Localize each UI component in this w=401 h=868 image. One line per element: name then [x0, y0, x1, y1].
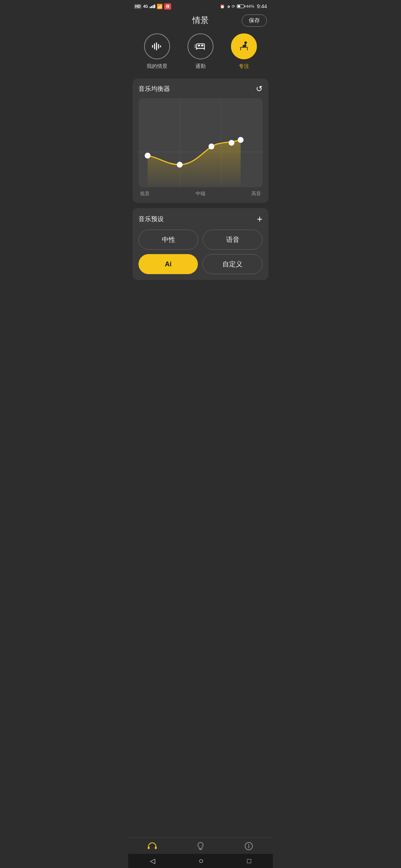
eq-label-high: 高音 — [251, 190, 261, 197]
svg-point-26 — [238, 137, 244, 143]
scene-icon-commute — [188, 33, 213, 59]
page-title: 情景 — [192, 15, 209, 26]
svg-point-23 — [177, 162, 183, 168]
scene-tabs: 我的情景 通勤 — [128, 33, 273, 79]
preset-voice-button[interactable]: 语音 — [203, 230, 263, 250]
svg-rect-4 — [160, 45, 161, 47]
preset-title: 音乐预设 — [138, 215, 164, 223]
eq-labels: 低音 中端 高音 — [138, 187, 263, 197]
alarm-icon: ⏰ — [220, 4, 225, 9]
hd-label: HD — [134, 4, 141, 9]
svg-rect-2 — [156, 42, 157, 50]
svg-rect-7 — [201, 45, 203, 47]
preset-card-header: 音乐预设 + — [138, 214, 263, 224]
bluetooth-icon: ⬗ — [227, 4, 230, 9]
scene-label-commute: 通勤 — [195, 63, 206, 70]
scene-icon-focus — [231, 33, 257, 59]
svg-point-22 — [145, 153, 151, 159]
battery-icon — [237, 4, 244, 8]
soundwave-icon — [150, 40, 164, 53]
svg-rect-1 — [154, 43, 155, 49]
preset-ai-button[interactable]: Ai — [138, 254, 198, 274]
eq-label-low: 低音 — [140, 190, 150, 197]
scene-tab-commute[interactable]: 通勤 — [188, 33, 213, 70]
save-button[interactable]: 保存 — [242, 14, 267, 27]
page-header: 情景 保存 — [128, 11, 273, 33]
svg-point-24 — [209, 144, 215, 149]
equalizer-card: 音乐均衡器 ↺ — [133, 79, 268, 203]
signal-icon — [150, 4, 155, 8]
svg-rect-6 — [198, 45, 200, 47]
svg-rect-18 — [242, 45, 246, 47]
scene-label-my-scene: 我的情景 — [147, 63, 167, 70]
preset-card: 音乐预设 + 中性 语音 Ai 自定义 — [133, 208, 268, 280]
scene-icon-my-scene — [144, 33, 170, 59]
notification-icon: 侠 — [164, 3, 171, 10]
wifi-icon: 📶 — [157, 4, 163, 9]
eq-title: 音乐均衡器 — [138, 85, 170, 93]
scene-tab-my-scene[interactable]: 我的情景 — [144, 33, 170, 70]
preset-neutral-button[interactable]: 中性 — [138, 230, 198, 250]
preset-buttons-row1: 中性 语音 — [138, 230, 263, 250]
preset-custom-button[interactable]: 自定义 — [202, 254, 263, 274]
time-display: 9:44 — [257, 3, 267, 9]
status-right: ⏰ ⬗ ⟳ 44% 9:44 — [220, 3, 267, 9]
svg-rect-0 — [152, 45, 153, 47]
train-icon — [194, 40, 207, 53]
svg-rect-17 — [247, 48, 248, 50]
status-left: HD 4G 📶 侠 — [134, 3, 171, 10]
preset-buttons-row2: Ai 自定义 — [138, 254, 263, 274]
rotate-icon: ⟳ — [232, 4, 235, 9]
scene-tab-focus[interactable]: 专注 — [231, 33, 257, 70]
reset-button[interactable]: ↺ — [256, 85, 263, 93]
svg-rect-3 — [158, 44, 159, 49]
svg-point-25 — [229, 140, 235, 146]
eq-chart[interactable] — [138, 98, 263, 187]
svg-point-14 — [244, 42, 247, 44]
focus-icon — [237, 40, 251, 53]
scene-label-focus: 专注 — [239, 63, 249, 70]
eq-svg — [138, 98, 263, 187]
svg-rect-16 — [240, 48, 241, 50]
4g-label: 4G — [143, 4, 148, 9]
add-preset-button[interactable]: + — [257, 214, 263, 224]
battery-percent: 44% — [246, 4, 254, 9]
status-bar: HD 4G 📶 侠 ⏰ ⬗ ⟳ 44% 9:44 — [128, 0, 273, 11]
eq-card-header: 音乐均衡器 ↺ — [138, 85, 263, 93]
eq-label-mid: 中端 — [196, 190, 205, 197]
